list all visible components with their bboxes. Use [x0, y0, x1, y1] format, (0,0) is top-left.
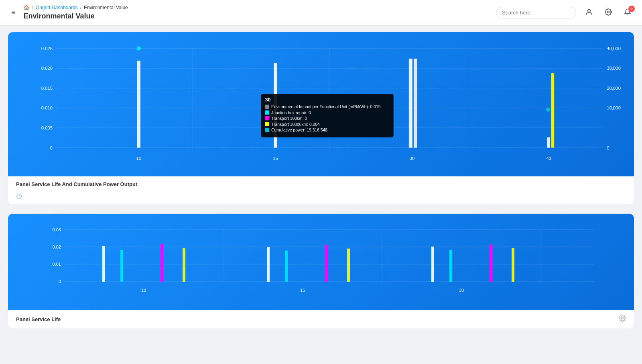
notifications-button[interactable]: 9 — [621, 6, 634, 19]
svg-rect-38 — [265, 122, 269, 126]
profile-button[interactable] — [583, 6, 595, 19]
main-content: 0.025 0.020 0.015 0.010 0.005 0 40,000 3… — [0, 26, 642, 344]
svg-text:30: 30 — [410, 156, 415, 161]
svg-rect-44 — [547, 138, 550, 148]
svg-rect-71 — [490, 245, 492, 282]
svg-text:Transport 10000km: 0.004: Transport 10000km: 0.004 — [271, 122, 320, 127]
svg-point-73 — [622, 317, 624, 320]
svg-text:0.02: 0.02 — [53, 245, 61, 249]
svg-rect-32 — [265, 105, 269, 109]
svg-text:0.020: 0.020 — [41, 66, 53, 71]
svg-text:40,000: 40,000 — [607, 46, 621, 51]
svg-point-1 — [607, 11, 609, 13]
svg-text:Junction box repair: 0: Junction box repair: 0 — [271, 111, 311, 115]
svg-rect-61 — [102, 246, 105, 282]
svg-rect-45 — [551, 73, 554, 148]
svg-rect-62 — [120, 250, 123, 282]
svg-text:Cumulative power: 19,316.548: Cumulative power: 19,316.548 — [271, 128, 327, 132]
hamburger-icon: ≡ — [11, 8, 16, 16]
svg-rect-26 — [137, 61, 140, 148]
svg-rect-68 — [347, 249, 350, 282]
svg-text:10: 10 — [141, 288, 146, 293]
svg-text:10: 10 — [136, 156, 141, 161]
breadcrumb: 🏠 / Ongrid-Dashboards / Environmental Va… — [24, 5, 128, 10]
svg-rect-43 — [410, 59, 413, 148]
breadcrumb-sep-2: / — [80, 5, 81, 10]
svg-text:30: 30 — [459, 288, 464, 293]
svg-point-27 — [137, 46, 141, 50]
header-left: ≡ 🏠 / Ongrid-Dashboards / Environmental … — [8, 5, 496, 20]
svg-text:15: 15 — [273, 156, 278, 161]
svg-text:10,000: 10,000 — [607, 105, 621, 110]
svg-rect-42 — [414, 59, 417, 148]
chart-2-title: Panel Service Life — [16, 316, 61, 322]
svg-text:0.03: 0.03 — [53, 227, 61, 232]
svg-text:0: 0 — [607, 146, 609, 150]
breadcrumb-home[interactable]: 🏠 — [24, 5, 30, 10]
chart-svg-2: 0.03 0.02 0.01 0 10 15 30 — [16, 222, 626, 302]
settings-button[interactable] — [602, 6, 615, 19]
breadcrumb-current: Environmental Value — [84, 5, 128, 10]
chart-1-footer-bottom: 🕐 — [8, 192, 634, 204]
svg-rect-69 — [431, 247, 434, 282]
svg-text:43: 43 — [546, 156, 551, 161]
notification-count: 9 — [628, 6, 635, 12]
chart-area-1: 0.025 0.020 0.015 0.010 0.005 0 40,000 3… — [8, 32, 634, 176]
clock-icon: 🕐 — [16, 194, 22, 199]
breadcrumb-sep-1: / — [32, 5, 33, 10]
breadcrumb-ongrid[interactable]: Ongrid-Dashboards — [36, 5, 78, 10]
chart-card-1: 0.025 0.020 0.015 0.010 0.005 0 40,000 3… — [8, 32, 634, 204]
chart-1-title: Panel Service Life And Cumulative Power … — [16, 181, 137, 187]
svg-rect-36 — [265, 116, 269, 120]
hamburger-button[interactable]: ≡ — [8, 5, 19, 20]
svg-text:0: 0 — [50, 146, 53, 150]
svg-text:30: 30 — [265, 97, 271, 103]
svg-text:0: 0 — [59, 279, 61, 284]
svg-rect-66 — [285, 251, 288, 282]
svg-rect-40 — [265, 128, 269, 132]
search-input[interactable] — [496, 7, 576, 18]
svg-rect-67 — [325, 245, 328, 282]
svg-rect-65 — [267, 247, 270, 282]
svg-rect-70 — [449, 250, 452, 282]
profile-icon — [585, 8, 593, 18]
svg-text:0.01: 0.01 — [53, 262, 61, 267]
svg-point-0 — [588, 9, 591, 12]
svg-text:0.010: 0.010 — [41, 105, 53, 110]
svg-rect-34 — [265, 110, 269, 114]
svg-rect-63 — [160, 244, 163, 282]
svg-rect-64 — [183, 248, 185, 282]
chart-area-2: 0.03 0.02 0.01 0 10 15 30 — [8, 214, 634, 310]
svg-text:20,000: 20,000 — [607, 86, 621, 91]
svg-text:30,000: 30,000 — [607, 66, 621, 71]
svg-text:Transport 100km: 0: Transport 100km: 0 — [271, 116, 307, 121]
chart-1-footer: Panel Service Life And Cumulative Power … — [8, 176, 634, 192]
svg-text:Environmental Impact per Funct: Environmental Impact per Functional Unit… — [271, 105, 381, 109]
header-title-block: 🏠 / Ongrid-Dashboards / Environmental Va… — [24, 5, 128, 20]
svg-text:0.025: 0.025 — [41, 46, 53, 51]
svg-text:0.015: 0.015 — [41, 86, 53, 91]
settings-icon — [605, 8, 612, 17]
header-right: 9 — [496, 6, 634, 19]
chart-2-footer: Panel Service Life — [8, 310, 634, 328]
svg-rect-72 — [512, 248, 514, 282]
app-header: ≡ 🏠 / Ongrid-Dashboards / Environmental … — [0, 0, 642, 26]
chart-2-settings-button[interactable] — [619, 315, 626, 324]
svg-text:0.005: 0.005 — [41, 125, 53, 130]
chart-svg-1: 0.025 0.020 0.015 0.010 0.005 0 40,000 3… — [16, 40, 626, 168]
chart-card-2: 0.03 0.02 0.01 0 10 15 30 — [8, 214, 634, 328]
svg-text:15: 15 — [300, 288, 305, 293]
page-title: Environmental Value — [24, 12, 128, 20]
svg-point-46 — [546, 107, 550, 111]
